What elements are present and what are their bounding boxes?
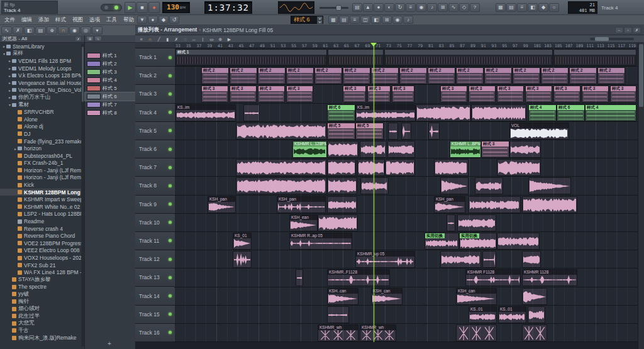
track-mute-led[interactable] — [169, 92, 172, 96]
wave-icon[interactable]: ∿ — [448, 3, 458, 12]
track-mute-led[interactable] — [169, 294, 172, 297]
menu-item-7[interactable]: 帮助 — [120, 16, 137, 24]
pattern-clip[interactable]: 样式 5 — [327, 123, 355, 140]
browser-item[interactable]: yy破 — [0, 291, 84, 298]
track-header[interactable]: Track 6 — [135, 140, 174, 158]
metronome-icon[interactable]: ▲ — [363, 3, 373, 12]
pattern-clip[interactable] — [328, 49, 384, 66]
pattern-row[interactable]: 样式 2 — [85, 60, 135, 68]
audio-clip[interactable]: KS..im — [175, 104, 236, 121]
browser-scrollbar-thumb[interactable] — [82, 47, 84, 102]
plugin-picker-icon[interactable]: ⊞ — [382, 16, 392, 24]
pattern-clip[interactable]: 样式 3 — [553, 86, 580, 102]
track-header[interactable]: Track 1 — [135, 48, 174, 67]
record-arm-icon[interactable]: ● — [148, 16, 158, 24]
step-edit-icon[interactable]: ≡ — [406, 3, 416, 12]
mixer-icon[interactable]: ▦ — [496, 3, 506, 12]
pattern-clip[interactable]: 样式 3 — [258, 86, 285, 102]
browser-item[interactable]: ▸VEDM1 Fills 128 BPM — [0, 57, 84, 65]
pattern-row[interactable]: 样式 5 — [85, 84, 135, 92]
menu-item-4[interactable]: 视图 — [69, 16, 86, 24]
audio-clip[interactable] — [360, 141, 386, 158]
browser-item[interactable]: WA FX Line4 128 BPM - SNARE — [0, 269, 84, 276]
audio-clip[interactable] — [522, 251, 541, 268]
browser-item[interactable]: Readme — [0, 218, 84, 225]
pattern-clip[interactable] — [553, 49, 636, 66]
menu-item-1[interactable]: 编辑 — [18, 16, 35, 24]
pattern-clip[interactable]: 样式 2 — [201, 67, 229, 84]
pattern-clip[interactable]: 样式 2 — [513, 67, 540, 84]
browser-item[interactable]: VOE2 128BPM Progressive Kick — [0, 240, 84, 247]
browser-item[interactable]: DJ — [0, 130, 84, 138]
audio-clip[interactable] — [440, 177, 469, 194]
menu-item-2[interactable]: 添加 — [35, 16, 52, 24]
browser-item[interactable]: 烦心绒对 — [0, 305, 84, 313]
pencil-tool-icon[interactable]: ╱ — [155, 36, 163, 42]
playhead-marker[interactable] — [370, 43, 377, 47]
browser-item[interactable]: 大悲咒 — [0, 320, 84, 328]
playlist-minimize-icon[interactable]: – — [615, 27, 623, 33]
pattern-clip[interactable]: 样式 3 — [610, 86, 636, 102]
pattern-clip[interactable]: 样式 2 — [428, 67, 455, 84]
pattern-clip[interactable]: 样式 5 — [355, 123, 384, 140]
pattern-clip[interactable]: 样式 3 — [230, 86, 257, 102]
pattern-clip[interactable]: 样式 2 — [484, 67, 512, 84]
browser-item[interactable]: ▸Vengeance_Nu_Disco_Vol_1 — [0, 87, 84, 94]
browser-item[interactable]: KSHMR 128BPM Long Fill 05 — [0, 189, 84, 196]
multilink-icon[interactable]: ◇ — [459, 3, 469, 12]
audio-clip[interactable]: KSHMR L..128PM — [292, 141, 327, 158]
browser-item[interactable]: VEE2 Electro Loop 008 — [0, 247, 84, 255]
playback-tool-icon[interactable]: ▶ — [225, 36, 233, 42]
typing-keyboard-icon[interactable]: ▤ — [352, 3, 362, 12]
track-mute-led[interactable] — [169, 276, 172, 279]
browser-toggle-icon[interactable]: ◧ — [371, 16, 381, 24]
audio-clip[interactable] — [401, 123, 411, 140]
browser-item[interactable]: Alone dj — [0, 123, 84, 131]
audio-clip[interactable]: KS..im — [355, 104, 416, 121]
listen-icon[interactable]: ◉ — [69, 26, 80, 35]
add-pattern-button[interactable]: + — [108, 340, 111, 347]
browser-item[interactable]: Dubstepcrash04_PL — [0, 152, 84, 160]
audio-clip[interactable]: KS..01 — [469, 306, 497, 323]
audio-clip[interactable] — [447, 214, 455, 231]
zoom-tool-icon[interactable]: ⊕ — [216, 36, 225, 42]
audio-clip[interactable] — [296, 269, 303, 286]
track-mute-led[interactable] — [169, 202, 172, 206]
audio-clip[interactable] — [360, 177, 389, 194]
browser-item[interactable]: Horizon - Janji (LJf Remake) — [0, 174, 84, 182]
pattern-clip[interactable]: 样式 3 — [343, 86, 366, 102]
audio-clip[interactable]: VOL — [509, 123, 569, 140]
track-header[interactable]: Track 14 — [135, 287, 174, 305]
overdub-icon[interactable]: ◉ — [416, 3, 426, 12]
audio-clip[interactable] — [243, 104, 260, 121]
audio-clip[interactable] — [388, 123, 398, 140]
pattern-clip[interactable]: 样式 6 — [557, 104, 585, 121]
pattern-clip[interactable]: 样式 3 — [582, 86, 609, 102]
browser-item[interactable]: VFX2 Sub 21 — [0, 262, 84, 269]
audio-clip[interactable] — [434, 159, 469, 176]
audio-clip[interactable]: 实用切换 — [425, 233, 459, 250]
pattern-clip[interactable]: 样式 2 — [597, 67, 625, 84]
browser-item[interactable]: ▸V.k Electro Loops 128 BPM — [0, 72, 84, 79]
browser-item[interactable]: Reverse Piano Chord — [0, 232, 84, 240]
browser-item[interactable]: Fade (flying_233 remake) — [0, 138, 84, 145]
playlist-icon[interactable]: ≡ — [517, 3, 527, 12]
browser-item[interactable]: ▾素材 — [0, 101, 84, 109]
audio-clip[interactable]: KS..01 — [498, 306, 526, 323]
track-mute-led[interactable] — [169, 56, 172, 59]
undo-icon[interactable]: ↺ — [169, 16, 179, 24]
playlist-zoom-slider[interactable] — [590, 37, 634, 41]
pattern-clip[interactable]: 样式 4 — [585, 104, 636, 121]
browser-item[interactable]: 狗来问木_浪.版)Remake — [0, 335, 84, 342]
audio-clip[interactable]: KSHMR F1128 — [465, 269, 521, 286]
audio-clip[interactable] — [233, 251, 252, 268]
delete-tool-icon[interactable]: ✗ — [172, 36, 180, 42]
timeline-ruler[interactable]: 3335373941434547495153555759616365676971… — [174, 43, 638, 48]
audio-clip[interactable]: KS_01 — [233, 233, 252, 250]
pattern-clip[interactable]: 样式 6 — [327, 104, 355, 121]
pattern-clip[interactable]: 样式 2 — [371, 67, 399, 84]
track-mute-led[interactable] — [169, 239, 172, 242]
pattern-clip[interactable]: 样式 3 — [525, 86, 552, 102]
track-mute-led[interactable] — [169, 221, 172, 224]
copy-icon[interactable]: ◧ — [24, 26, 35, 35]
